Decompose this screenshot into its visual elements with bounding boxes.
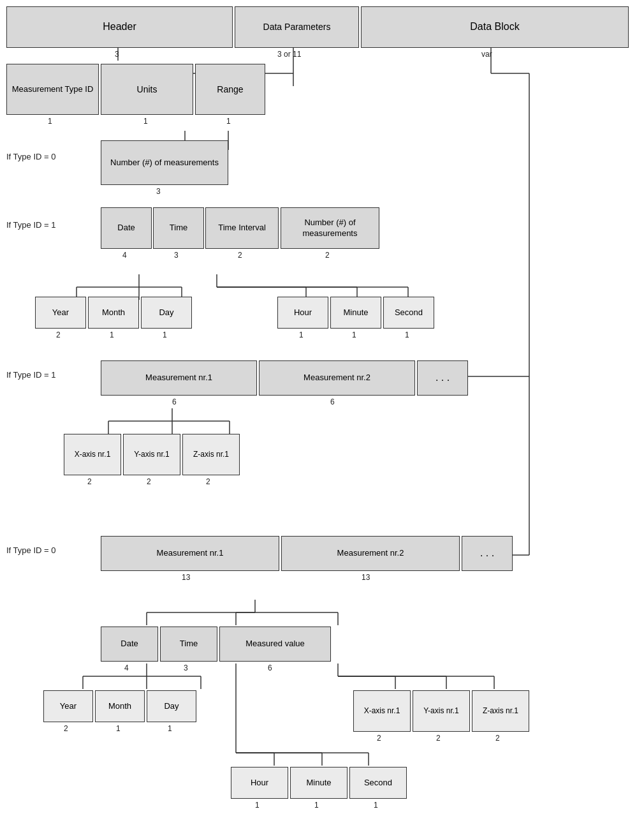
num-2b: 2 (325, 251, 330, 260)
num-4b: 4 (124, 664, 129, 672)
date-box: Date (101, 207, 152, 249)
num-1k: 1 (255, 801, 260, 810)
num-3or11-label: 3 or 11 (277, 50, 301, 59)
year-label: Year (52, 308, 69, 318)
year-box2: Year (43, 690, 93, 722)
data-block-box: Data Block (361, 6, 629, 48)
time-interval-box: Time Interval (205, 207, 279, 249)
num-3-label: 3 (115, 50, 119, 59)
second-box2: Second (349, 767, 407, 799)
number-measurements-0-box: Number (#) of measurements (101, 140, 228, 185)
num-2f: 2 (206, 477, 210, 486)
num-1c: 1 (226, 117, 231, 126)
zaxis-nr1-1-box: Z-axis nr.1 (182, 434, 240, 475)
day2-label: Day (164, 701, 179, 712)
measurement-nr1-1-box: Measurement nr.1 (101, 360, 257, 396)
num-1m: 1 (374, 801, 378, 810)
if-type0-label2: If Type ID = 0 (6, 545, 55, 555)
hour-box2: Hour (231, 767, 288, 799)
num-2h: 2 (377, 734, 381, 743)
month-box: Month (88, 297, 139, 329)
xaxis-nr1-2-box: X-axis nr.1 (353, 690, 411, 732)
num-1g: 1 (352, 330, 356, 339)
num-2a: 2 (238, 251, 242, 260)
time-label: Time (170, 223, 187, 234)
month-box2: Month (95, 690, 145, 722)
minute-box: Minute (330, 297, 381, 329)
data-parameters-box: Data Parameters (235, 6, 359, 48)
num-6b: 6 (330, 397, 335, 406)
num-1l: 1 (314, 801, 319, 810)
measurement-type-id-label: Measurement Type ID (12, 84, 94, 95)
measurement-type-id-box: Measurement Type ID (6, 64, 99, 115)
hour2-label: Hour (251, 778, 268, 789)
year2-label: Year (60, 701, 77, 712)
units-box: Units (101, 64, 193, 115)
num-2j: 2 (495, 734, 500, 743)
range-box: Range (195, 64, 265, 115)
num-6a: 6 (172, 397, 177, 406)
ellipsis1-box: . . . (417, 360, 468, 396)
data-block-label: Data Block (470, 20, 519, 34)
num-1f: 1 (299, 330, 304, 339)
num-2d: 2 (87, 477, 92, 486)
data-parameters-label: Data Parameters (263, 21, 331, 33)
time2-label: Time (180, 639, 198, 649)
xaxis-nr1-1-label: X-axis nr.1 (75, 450, 111, 460)
minute-label: Minute (343, 308, 368, 318)
time-box2: Time (160, 627, 217, 662)
zaxis-nr1-1-label: Z-axis nr.1 (193, 450, 229, 460)
num-3d: 3 (184, 664, 188, 672)
zaxis-nr1-2-box: Z-axis nr.1 (472, 690, 529, 732)
measurement-nr2-0-box: Measurement nr.2 (281, 536, 460, 571)
num-1j: 1 (168, 724, 172, 733)
units-label: Units (137, 84, 157, 95)
date-label: Date (117, 223, 135, 234)
time-interval-label: Time Interval (218, 223, 266, 234)
minute-box2: Minute (290, 767, 348, 799)
num-13b: 13 (362, 573, 370, 582)
num-4: 4 (122, 251, 127, 260)
num-6c: 6 (268, 664, 272, 672)
yaxis-nr1-1-box: Y-axis nr.1 (123, 434, 180, 475)
measurement-nr2-1-box: Measurement nr.2 (259, 360, 415, 396)
num-1e: 1 (163, 330, 167, 339)
measurement-nr1-0-label: Measurement nr.1 (157, 548, 224, 559)
second-box: Second (383, 297, 434, 329)
header-label: Header (103, 20, 136, 34)
num-1i: 1 (116, 724, 121, 733)
num-1b: 1 (143, 117, 148, 126)
xaxis-nr1-1-box: X-axis nr.1 (64, 434, 121, 475)
month-label: Month (102, 308, 125, 318)
number-measurements-0-label: Number (#) of measurements (110, 158, 219, 168)
measurement-nr2-0-label: Measurement nr.2 (337, 548, 404, 559)
num-1h: 1 (405, 330, 409, 339)
measured-value-label: Measured value (245, 639, 305, 649)
zaxis-nr1-2-label: Z-axis nr.1 (483, 706, 518, 716)
num-3b: 3 (156, 187, 161, 196)
number-measurements-1-label: Number (#) of measurements (281, 218, 379, 239)
ellipsis2-label: . . . (480, 547, 494, 560)
date-box2: Date (101, 627, 158, 662)
day-box2: Day (147, 690, 196, 722)
second2-label: Second (364, 778, 392, 789)
num-1a: 1 (48, 117, 52, 126)
range-label: Range (217, 84, 243, 95)
yaxis-nr1-2-label: Y-axis nr.1 (423, 706, 459, 716)
measurement-nr2-1-label: Measurement nr.2 (304, 373, 370, 383)
xaxis-nr1-2-label: X-axis nr.1 (364, 706, 400, 716)
day-box: Day (141, 297, 192, 329)
measurement-nr1-0-box: Measurement nr.1 (101, 536, 279, 571)
num-2i: 2 (436, 734, 441, 743)
day-label: Day (159, 308, 173, 318)
ellipsis2-box: . . . (462, 536, 513, 571)
year-box: Year (35, 297, 86, 329)
diagram-container: Header Data Parameters Data Block 3 3 or… (0, 0, 644, 823)
num-2g: 2 (64, 724, 68, 733)
measurement-nr1-1-label: Measurement nr.1 (145, 373, 212, 383)
hour-label: Hour (294, 308, 312, 318)
month2-label: Month (108, 701, 131, 712)
header-box: Header (6, 6, 233, 48)
if-type1-label: If Type ID = 1 (6, 220, 55, 230)
if-type1-label2: If Type ID = 1 (6, 370, 55, 380)
